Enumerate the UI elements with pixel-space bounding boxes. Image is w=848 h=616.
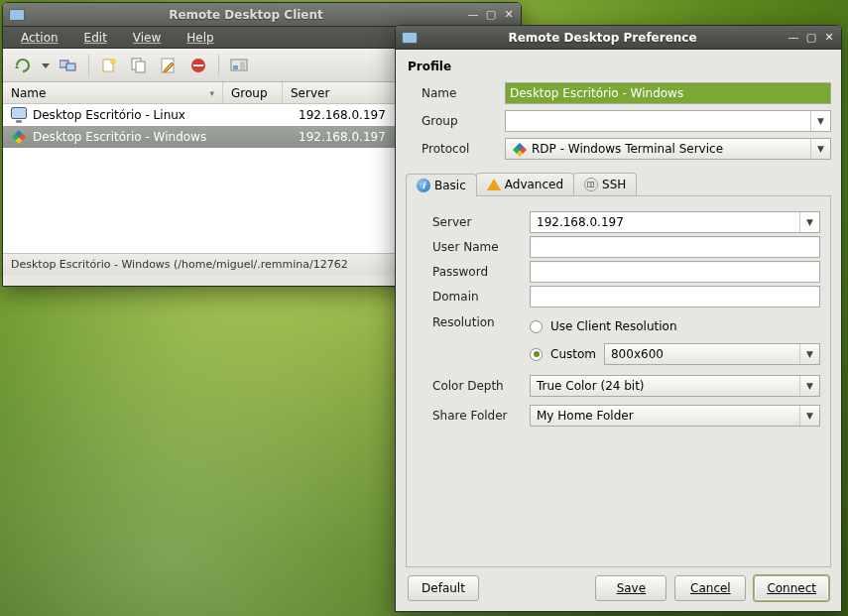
info-icon: i <box>417 179 430 192</box>
new-button[interactable] <box>95 53 123 78</box>
server-combo[interactable]: 192.168.0.197▼ <box>530 211 820 233</box>
menu-action[interactable]: Action <box>9 29 70 47</box>
edit-button[interactable] <box>155 53 182 78</box>
section-profile: Profile <box>408 60 831 73</box>
preference-window: Remote Desktop Preference — ▢ ✕ Profile … <box>395 25 842 612</box>
tab-panel-basic: Server 192.168.0.197▼ User Name Password… <box>406 196 831 567</box>
rdp-icon <box>512 142 526 156</box>
tabs: iBasic Advanced ⚿SSH <box>406 173 831 196</box>
svg-rect-5 <box>136 62 145 72</box>
color-depth-combo[interactable]: True Color (24 bit)▼ <box>530 375 820 397</box>
save-button[interactable]: Save <box>595 575 666 601</box>
svg-rect-1 <box>66 63 75 70</box>
name-field[interactable] <box>505 82 831 104</box>
button-bar: Default Save Cancel Connect <box>406 567 831 603</box>
label-resolution: Resolution <box>432 315 522 329</box>
username-field[interactable] <box>530 236 820 258</box>
col-name[interactable]: Name▾ <box>3 82 223 103</box>
main-title: Remote Desktop Client <box>31 8 461 22</box>
minimize-icon[interactable]: — <box>467 9 479 21</box>
chevron-down-icon: ▼ <box>810 111 830 131</box>
label-user: User Name <box>432 240 522 254</box>
tab-ssh[interactable]: ⚿SSH <box>573 173 637 195</box>
main-titlebar[interactable]: Remote Desktop Client — ▢ ✕ <box>3 3 521 27</box>
menu-view[interactable]: View <box>121 29 173 47</box>
chevron-down-icon: ▼ <box>799 212 819 232</box>
app-icon <box>9 8 25 22</box>
close-icon[interactable]: ✕ <box>503 9 515 21</box>
sort-asc-icon: ▾ <box>209 88 214 98</box>
default-button[interactable]: Default <box>408 575 479 601</box>
key-icon: ⚿ <box>584 178 598 191</box>
connect-button[interactable] <box>9 53 37 78</box>
menu-edit[interactable]: Edit <box>72 29 119 47</box>
label-password: Password <box>432 265 522 279</box>
label-share: Share Folder <box>432 409 522 423</box>
label-domain: Domain <box>432 290 522 304</box>
svg-rect-8 <box>193 64 203 66</box>
share-folder-combo[interactable]: My Home Folder▼ <box>530 405 820 427</box>
rdp-icon <box>11 129 27 145</box>
radio-client-resolution[interactable] <box>530 320 543 333</box>
radio-custom-resolution[interactable] <box>530 348 543 361</box>
connect-button[interactable]: Connect <box>754 575 829 601</box>
label-server: Server <box>432 215 522 229</box>
copy-button[interactable] <box>125 53 153 78</box>
preferences-button[interactable] <box>225 53 253 78</box>
pref-title: Remote Desktop Preference <box>424 31 782 45</box>
chevron-down-icon: ▼ <box>799 344 819 364</box>
pref-titlebar[interactable]: Remote Desktop Preference — ▢ ✕ <box>396 26 841 50</box>
label-name: Name <box>422 86 497 100</box>
label-custom-resolution: Custom <box>550 347 596 361</box>
maximize-icon[interactable]: ▢ <box>805 32 817 44</box>
monitor-icon <box>11 107 27 123</box>
svg-point-3 <box>110 59 116 64</box>
close-icon[interactable]: ✕ <box>823 32 835 44</box>
chevron-down-icon: ▼ <box>799 406 819 426</box>
tab-advanced[interactable]: Advanced <box>476 173 574 195</box>
chevron-down-icon: ▼ <box>799 376 819 396</box>
svg-rect-11 <box>240 62 245 69</box>
group-combo[interactable]: ▼ <box>505 110 831 132</box>
tab-basic[interactable]: iBasic <box>406 174 477 196</box>
domain-field[interactable] <box>530 286 820 308</box>
protocol-combo[interactable]: RDP - Windows Terminal Service▼ <box>505 138 831 160</box>
label-protocol: Protocol <box>422 142 497 156</box>
delete-button[interactable] <box>184 53 212 78</box>
warning-icon <box>487 179 501 190</box>
external-tools-button[interactable] <box>55 53 82 78</box>
label-client-resolution: Use Client Resolution <box>550 319 677 333</box>
col-group[interactable]: Group <box>223 82 283 103</box>
svg-rect-10 <box>233 65 238 69</box>
connect-menu-button[interactable] <box>39 53 53 78</box>
toolbar-separator <box>218 55 219 76</box>
minimize-icon[interactable]: — <box>787 32 799 44</box>
menu-help[interactable]: Help <box>175 29 225 47</box>
label-group: Group <box>422 114 497 128</box>
label-color: Color Depth <box>432 379 522 393</box>
cancel-button[interactable]: Cancel <box>674 575 746 601</box>
app-icon <box>402 31 418 45</box>
password-field[interactable] <box>530 261 820 283</box>
resolution-combo[interactable]: 800x600▼ <box>604 343 820 365</box>
maximize-icon[interactable]: ▢ <box>485 9 497 21</box>
chevron-down-icon: ▼ <box>810 139 830 159</box>
toolbar-separator <box>88 55 89 76</box>
